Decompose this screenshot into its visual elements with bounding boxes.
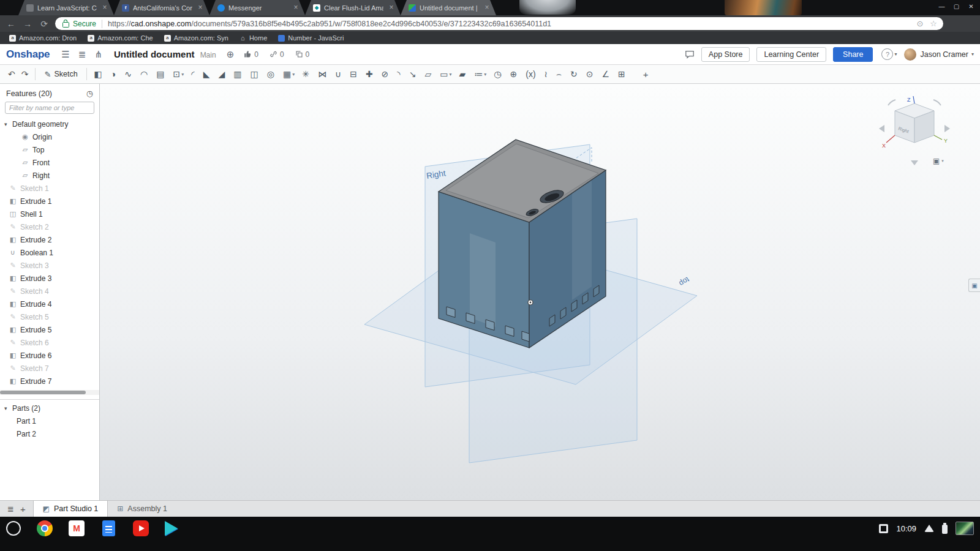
- undo-icon[interactable]: ↶: [8, 69, 15, 79]
- browser-tab[interactable]: Messenger: [209, 0, 305, 15]
- point-icon[interactable]: ⊙: [583, 68, 598, 80]
- mirror-icon[interactable]: ⋈: [315, 68, 331, 80]
- delete-part-icon[interactable]: ⊘: [379, 68, 393, 80]
- thicken-icon[interactable]: ▤: [153, 68, 168, 80]
- workspace-name[interactable]: Main: [200, 51, 216, 59]
- bookmark-item[interactable]: ⌂ Home: [234, 32, 273, 44]
- chamfer-icon[interactable]: ◣: [200, 68, 214, 80]
- derived-icon[interactable]: ⊡▾: [170, 68, 187, 80]
- rotate-right-arrow-icon[interactable]: [944, 125, 950, 132]
- onshape-logo[interactable]: Onshape: [6, 48, 50, 61]
- minimize-icon[interactable]: —: [935, 1, 948, 12]
- rotate-down-arrow-icon[interactable]: [911, 160, 918, 165]
- user-menu-caret-icon[interactable]: ▾: [971, 51, 974, 57]
- add-custom-feature-icon[interactable]: +: [640, 67, 652, 81]
- transform-icon[interactable]: ✚: [363, 68, 377, 80]
- bookmark-item[interactable]: a Amazon.com: Dron: [4, 32, 82, 44]
- browser-tab[interactable]: ◆ Clear Flush-Lid Amac Bo: [305, 0, 401, 15]
- geometry-row[interactable]: ▱ Right: [0, 169, 99, 182]
- like-counter[interactable]: 0: [244, 50, 258, 59]
- revolve-icon[interactable]: ◑: [108, 68, 120, 80]
- tab-close-icon[interactable]: [483, 4, 491, 12]
- feature-row[interactable]: ◧ Extrude 7: [0, 375, 99, 388]
- collapse-caret-icon[interactable]: ▾: [4, 405, 10, 411]
- scrollbar-thumb[interactable]: [0, 391, 86, 394]
- bookmark-item[interactable]: a Amazon.com: Che: [82, 32, 158, 44]
- rotate-left-arrow-icon[interactable]: [879, 125, 884, 132]
- rotate-ccw-arrow-icon[interactable]: [888, 100, 895, 105]
- sheet-metal-icon[interactable]: ⊞: [615, 68, 630, 80]
- feature-row[interactable]: ◧ Extrude 5: [0, 323, 99, 336]
- model-canvas[interactable]: Right top Right X Y Z: [100, 84, 980, 500]
- feature-row[interactable]: ◧ Extrude 3: [0, 272, 99, 285]
- secure-label[interactable]: Secure: [73, 20, 96, 28]
- learning-center-button[interactable]: Learning Center: [756, 47, 826, 62]
- part-row[interactable]: Part 2: [0, 427, 99, 440]
- tab-close-icon[interactable]: [387, 4, 396, 12]
- modify-fillet-icon[interactable]: ◝: [394, 68, 404, 80]
- add-element-icon[interactable]: +: [20, 504, 26, 514]
- help-icon[interactable]: [881, 48, 893, 60]
- close-icon[interactable]: ✕: [965, 1, 978, 12]
- graphics-viewport[interactable]: Right top Right X Y Z ▣: [100, 84, 980, 500]
- copy-counter[interactable]: 0: [295, 50, 310, 59]
- reload-icon[interactable]: ⟳: [39, 19, 50, 29]
- feature-row[interactable]: ✎ Sketch 6: [0, 336, 99, 349]
- main-menu-icon[interactable]: ☰: [61, 49, 69, 60]
- omnibox[interactable]: Secure https://cad.onshape.com/documents…: [55, 17, 943, 30]
- share-button[interactable]: Share: [833, 47, 873, 62]
- bookmark-star-icon[interactable]: ☆: [930, 19, 937, 28]
- feature-row[interactable]: ◧ Extrude 4: [0, 298, 99, 310]
- curve-icon[interactable]: ≀: [541, 68, 552, 80]
- measure-icon[interactable]: ∠: [599, 68, 614, 80]
- element-tab[interactable]: ⊞ Assembly 1: [108, 501, 176, 517]
- browser-tab[interactable]: Learn JavaScript: Contr: [18, 0, 114, 15]
- status-tray[interactable]: 10:09: [879, 517, 980, 535]
- extrude-icon[interactable]: ◧: [91, 68, 107, 80]
- browser-tab[interactable]: f AntsCalifornia's Conten: [114, 0, 209, 15]
- geometry-row[interactable]: ◉ Origin: [0, 130, 99, 143]
- play-store-icon[interactable]: [165, 521, 178, 536]
- geometry-row[interactable]: ▱ Top: [0, 143, 99, 156]
- bookmark-item[interactable]: Number - JavaScri: [273, 32, 349, 44]
- variable-icon[interactable]: (x): [522, 68, 540, 80]
- youtube-icon[interactable]: [133, 520, 149, 536]
- app-store-button[interactable]: App Store: [701, 47, 750, 62]
- redo-icon[interactable]: ↷: [21, 69, 29, 79]
- rotate-cw-arrow-icon[interactable]: [933, 100, 941, 105]
- default-geometry-group[interactable]: ▾ Default geometry: [0, 118, 99, 130]
- parts-group[interactable]: ▾ Parts (2): [0, 402, 99, 414]
- fillet-icon[interactable]: ◜: [188, 68, 198, 80]
- sweep-icon[interactable]: ∿: [121, 68, 136, 80]
- ime-keyboard-icon[interactable]: [879, 524, 888, 533]
- element-tab[interactable]: ◩ Part Studio 1: [33, 500, 108, 517]
- helix-icon[interactable]: ↻: [567, 68, 582, 80]
- loft-icon[interactable]: ◠: [137, 68, 152, 80]
- versions-icon[interactable]: ≣: [78, 49, 86, 60]
- feature-filter-input[interactable]: [5, 102, 94, 114]
- feature-row[interactable]: ◧ Extrude 6: [0, 349, 99, 362]
- projected-curve-icon[interactable]: ⌢: [553, 68, 566, 80]
- feature-row[interactable]: ∪ Boolean 1: [0, 246, 99, 259]
- page-action-icon[interactable]: ⊙: [916, 19, 923, 28]
- link-counter[interactable]: 0: [270, 50, 284, 59]
- top-plane-label[interactable]: top: [677, 275, 691, 288]
- gmail-icon[interactable]: [69, 520, 85, 536]
- surface-tools-icon[interactable]: ▭▾: [437, 68, 454, 80]
- comment-icon[interactable]: [685, 50, 695, 59]
- feature-row[interactable]: ✎ Sketch 4: [0, 285, 99, 298]
- clock-label[interactable]: 10:09: [896, 524, 916, 533]
- avatar[interactable]: [904, 48, 916, 61]
- battery-icon[interactable]: [942, 525, 948, 534]
- plane-icon[interactable]: ▰: [456, 68, 470, 80]
- chrome-icon[interactable]: [37, 520, 53, 536]
- maximize-icon[interactable]: ▢: [950, 1, 963, 12]
- rollback-clock-icon[interactable]: ◷: [86, 89, 93, 98]
- back-icon[interactable]: ←: [6, 19, 17, 29]
- document-title[interactable]: Untitled document: [114, 49, 195, 59]
- history-icon[interactable]: ◷: [491, 68, 505, 80]
- branches-icon[interactable]: ⋔: [94, 49, 102, 60]
- feature-row[interactable]: ✎ Sketch 5: [0, 310, 99, 323]
- linear-pattern-icon[interactable]: ▦▾: [280, 68, 298, 80]
- replace-face-icon[interactable]: ▱: [422, 68, 436, 80]
